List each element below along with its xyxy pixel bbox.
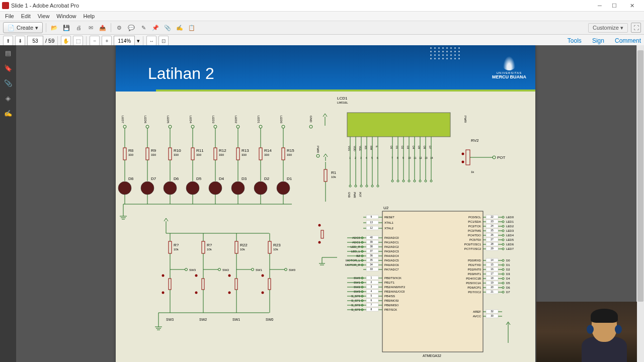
- svg-text:SW0: SW0: [266, 318, 273, 321]
- select-tool-icon[interactable]: ⬚: [73, 36, 83, 46]
- page-down-button[interactable]: ⬇: [15, 36, 25, 46]
- svg-text:LED3: LED3: [506, 229, 514, 232]
- menubar: File Edit View Window Help: [0, 12, 644, 21]
- zoom-input[interactable]: [114, 36, 135, 46]
- svg-text:28: 28: [491, 242, 494, 245]
- svg-point-450: [502, 282, 504, 284]
- svg-point-185: [162, 275, 165, 277]
- page-up-button[interactable]: ⬆: [3, 36, 13, 46]
- svg-text:PD2/INT0: PD2/INT0: [468, 268, 481, 271]
- svg-text:PA7/ADC7: PA7/ADC7: [384, 268, 399, 271]
- zoom-out-button[interactable]: −: [90, 36, 100, 46]
- comment-link[interactable]: Comment: [615, 37, 641, 44]
- svg-text:U2: U2: [383, 206, 389, 210]
- svg-text:XTAL1: XTAL1: [384, 221, 394, 224]
- svg-text:22: 22: [491, 215, 494, 218]
- attachments-icon[interactable]: 📎: [4, 78, 13, 87]
- sign-link[interactable]: Sign: [592, 37, 604, 44]
- svg-point-156: [282, 125, 285, 128]
- fit-width-icon[interactable]: ↔: [146, 36, 156, 46]
- svg-text:GND: GND: [309, 116, 312, 123]
- svg-text:D3: D3: [242, 176, 247, 181]
- svg-text:10k: 10k: [273, 248, 279, 251]
- svg-rect-187: [169, 279, 171, 290]
- bookmarks-icon[interactable]: 🔖: [4, 63, 13, 72]
- svg-text:12: 12: [419, 156, 422, 159]
- svg-text:D7: D7: [506, 291, 510, 294]
- scrollbar[interactable]: [636, 45, 644, 362]
- svg-point-36: [377, 185, 379, 187]
- svg-rect-220: [268, 241, 271, 253]
- signatures-icon[interactable]: ✍: [4, 109, 13, 118]
- stamp-icon[interactable]: 📌: [150, 23, 160, 33]
- hand-tool-icon[interactable]: ✋: [61, 36, 71, 46]
- svg-point-426: [502, 264, 504, 266]
- svg-text:PB0/T0/XCK: PB0/T0/XCK: [384, 277, 401, 280]
- menu-edit[interactable]: Edit: [18, 12, 34, 20]
- svg-point-213: [228, 275, 231, 277]
- svg-text:1k: 1k: [471, 170, 474, 173]
- zoom-in-button[interactable]: +: [102, 36, 112, 46]
- expand-icon[interactable]: ⛶: [631, 23, 641, 33]
- highlight-icon[interactable]: ✎: [138, 23, 148, 33]
- svg-point-83: [462, 153, 464, 155]
- svg-text:PA6/ADC6: PA6/ADC6: [384, 263, 399, 266]
- svg-point-228: [262, 292, 264, 294]
- tools-link[interactable]: Tools: [568, 37, 582, 44]
- svg-text:D0: D0: [506, 259, 510, 262]
- svg-text:15: 15: [491, 263, 494, 266]
- svg-point-153: [254, 182, 267, 195]
- svg-text:3: 3: [371, 285, 372, 288]
- menu-window[interactable]: Window: [53, 12, 79, 20]
- email-icon[interactable]: ✉: [86, 23, 96, 33]
- create-button[interactable]: 📄 Create ▾: [3, 22, 43, 33]
- svg-point-61: [414, 180, 416, 182]
- window-title: Slide 1 - Adobe Acrobat Pro: [11, 3, 79, 9]
- svg-rect-176: [324, 169, 327, 182]
- svg-text:SW1: SW1: [256, 268, 263, 272]
- minimize-button[interactable]: ─: [593, 1, 607, 10]
- tool-icon[interactable]: ⚙: [114, 23, 124, 33]
- svg-text:R13: R13: [242, 148, 249, 153]
- fit-page-icon[interactable]: ⊡: [158, 36, 169, 46]
- print-icon[interactable]: 🖨: [73, 23, 84, 33]
- sign-icon[interactable]: ✍: [175, 23, 185, 33]
- svg-rect-344: [366, 299, 378, 302]
- svg-text:PA3/ADC3: PA3/ADC3: [384, 250, 399, 253]
- document-area[interactable]: Latihan 2 UNIVERSITAS MERCU BUANA LCD1 L: [16, 45, 644, 362]
- comment-icon[interactable]: 💬: [126, 23, 136, 33]
- svg-point-183: [185, 268, 188, 271]
- svg-text:PB5/MOSI: PB5/MOSI: [384, 299, 399, 302]
- svg-text:POT: POT: [497, 155, 506, 160]
- menu-file[interactable]: File: [2, 12, 17, 20]
- svg-point-20: [360, 185, 362, 187]
- svg-text:330: 330: [174, 153, 179, 156]
- attach-icon[interactable]: 📎: [163, 23, 173, 33]
- svg-text:330: 330: [242, 153, 247, 156]
- scroll-thumb[interactable]: [637, 50, 643, 302]
- page-input[interactable]: [27, 36, 43, 46]
- open-icon[interactable]: 📂: [49, 23, 59, 33]
- share-icon[interactable]: 📤: [98, 23, 108, 33]
- maximize-button[interactable]: ☐: [607, 1, 621, 10]
- svg-text:13: 13: [425, 156, 428, 159]
- thumbnails-icon[interactable]: ▤: [4, 48, 13, 57]
- layers-icon[interactable]: ◈: [4, 94, 13, 103]
- menu-view[interactable]: View: [35, 12, 53, 20]
- save-icon[interactable]: 💾: [61, 23, 71, 33]
- svg-point-197: [218, 268, 221, 271]
- svg-rect-201: [202, 279, 204, 290]
- schematic: LCD1 LM016L PWR VSS1GNDVDD2PWRVEE3POTRS4…: [116, 92, 535, 362]
- svg-rect-178: [169, 241, 172, 253]
- svg-text:PA4/ADC4: PA4/ADC4: [384, 254, 399, 257]
- svg-point-116: [191, 125, 194, 128]
- svg-text:PA2/ADC2: PA2/ADC2: [384, 245, 399, 248]
- customize-button[interactable]: Customize ▾: [588, 23, 628, 33]
- menu-help[interactable]: Help: [80, 12, 98, 20]
- svg-text:26: 26: [491, 233, 494, 236]
- svg-point-472: [318, 224, 321, 227]
- svg-point-163: [277, 182, 290, 195]
- close-button[interactable]: ✕: [622, 1, 642, 10]
- form-icon[interactable]: 📋: [187, 23, 197, 33]
- svg-text:21: 21: [491, 290, 494, 293]
